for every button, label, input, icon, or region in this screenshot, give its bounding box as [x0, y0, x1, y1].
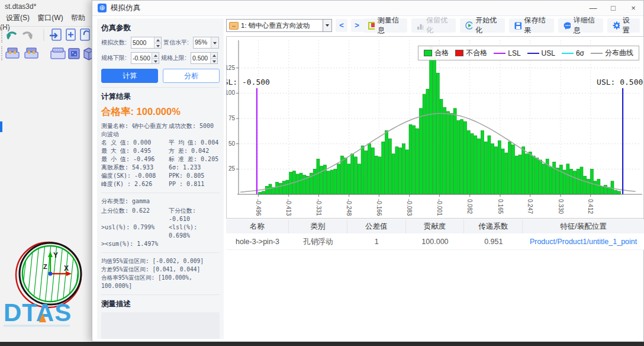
sim-count-input[interactable] [131, 37, 154, 48]
sim-count-stepper[interactable] [131, 37, 162, 49]
histogram-svg: LSL: -0.500USL: 0.500255075100125-0.496-… [227, 37, 643, 218]
histogram-bar [577, 169, 579, 194]
histogram-bar [405, 150, 408, 194]
cell-feature-link[interactable]: Product/Product1/untitle_1_point [523, 233, 644, 249]
histogram-bar [614, 190, 617, 194]
cube-box-icon[interactable] [69, 49, 79, 59]
histogram-bar [334, 169, 337, 194]
measure-description-box[interactable] [101, 312, 220, 339]
histogram-bar [481, 130, 484, 194]
histogram-bar [378, 157, 381, 194]
histogram-bar [488, 136, 491, 194]
histogram-bar [388, 139, 391, 194]
above-usl-pct: >usl(%): 0.799% [101, 223, 169, 240]
redo-icon[interactable] [23, 33, 33, 40]
confidence-select[interactable]: 95% [193, 37, 219, 49]
y-axis-label: Y [53, 251, 58, 260]
stat-mean: 平 均 值: 0.004 [169, 139, 220, 147]
legend-swatch [591, 53, 603, 54]
histogram-bar [597, 179, 600, 194]
measure-info-button[interactable]: 测量信息 [363, 18, 407, 33]
legend-label: 不合格 [466, 48, 487, 58]
histogram-bar [450, 113, 453, 194]
legend-swatch [527, 53, 539, 54]
histogram-bar [498, 141, 501, 194]
minimize-button[interactable]: — [583, 1, 603, 16]
upper-limit-input[interactable] [191, 53, 210, 63]
dialog-titlebar[interactable]: ⊕ 模拟仿真 — □ × [92, 1, 643, 16]
prev-measurement-button[interactable]: < [336, 19, 347, 32]
analyze-button[interactable]: 分析 [163, 69, 220, 83]
menu-settings[interactable]: 设置(S) [6, 14, 30, 22]
stepper-down-icon[interactable] [152, 59, 159, 64]
start-optimization-button[interactable]: 开始优化 [460, 18, 505, 33]
settings-button[interactable]: 设置 [607, 18, 640, 33]
lsl-label: LSL: -0.500 [227, 78, 270, 86]
stepper-up-icon[interactable] [154, 37, 161, 43]
histogram-bar [385, 130, 388, 194]
export-document-icon[interactable] [50, 29, 61, 40]
col-category: 类别 [289, 219, 347, 233]
histogram-bar [501, 149, 504, 194]
stepper-down-icon[interactable] [154, 43, 161, 49]
x-tick-label: 0.082 [466, 199, 473, 214]
save-document-icon[interactable] [80, 29, 89, 40]
histogram-bar [286, 180, 289, 194]
fixture-grid-icon[interactable] [25, 48, 38, 58]
histogram-bar [327, 171, 330, 194]
next-measurement-button[interactable]: > [351, 19, 363, 32]
histogram-bar [313, 169, 316, 194]
histogram-bar [457, 120, 460, 194]
keep-optimization-button[interactable]: 保留优化 [411, 18, 456, 33]
maximize-button[interactable]: □ [603, 1, 623, 16]
side-tab-indicator[interactable] [0, 121, 2, 132]
table-row[interactable]: hole-3->pin-3 孔销浮动 1 100.000 0.951 Produ… [226, 233, 644, 250]
histogram-bar [526, 154, 529, 194]
histogram-bar [532, 156, 535, 194]
cell-category: 孔销浮动 [289, 233, 347, 249]
save-results-button[interactable]: 保存结果 [509, 18, 553, 33]
app-title: st.dtas3d* [5, 2, 36, 11]
stepper-up-icon[interactable] [152, 53, 159, 59]
histogram-bar [368, 144, 371, 194]
histogram-bar [618, 191, 621, 194]
toolbar-grip [1, 46, 3, 60]
histogram-bar [361, 146, 364, 194]
lower-limit-input[interactable] [131, 53, 152, 63]
y-tick-label: 50 [228, 140, 236, 147]
simulation-left-panel: 仿真参数 模拟次数: 置信水平: 95% 规格下限: [97, 18, 224, 339]
upper-limit-stepper[interactable] [191, 52, 218, 64]
x-tick-label: 0.165 [497, 199, 504, 214]
chevron-down-icon[interactable] [323, 20, 331, 31]
stepper-down-icon[interactable] [211, 59, 217, 64]
histogram-bar [303, 175, 306, 194]
stepper-up-icon[interactable] [211, 53, 217, 59]
dialog-title: 模拟仿真 [111, 3, 140, 13]
undo-icon[interactable] [7, 33, 16, 40]
fixture-icon[interactable] [6, 48, 19, 58]
histogram-chart[interactable]: LSL: -0.500USL: 0.500255075100125-0.496-… [226, 36, 644, 219]
add-document-icon[interactable] [66, 29, 75, 40]
x-tick-label: -0.248 [346, 199, 352, 216]
histogram-bar [471, 134, 474, 194]
histogram-bar [505, 153, 508, 194]
lower-limit-stepper[interactable] [131, 52, 159, 64]
close-button[interactable]: × [623, 1, 643, 16]
histogram-bar [337, 164, 340, 194]
histogram-bar [358, 164, 360, 194]
chevron-down-icon[interactable] [211, 37, 218, 48]
x-axis-label: X [64, 264, 69, 273]
histogram-bar [584, 176, 587, 194]
menu-window[interactable]: 窗口(W) [37, 14, 63, 22]
histogram-bar [276, 182, 279, 194]
details-button[interactable]: 详细信息 [558, 18, 603, 33]
calculate-button[interactable]: 计算 [101, 69, 158, 83]
histogram-bar [539, 160, 542, 194]
legend-label: 6σ [576, 49, 584, 57]
stat-cv: 离散系数: 54.933 [101, 164, 169, 172]
col-feature-position: 特征/装配位置 [523, 219, 644, 233]
measurement-select[interactable]: ↔ 1: 销中心垂直方向波动 [226, 19, 332, 32]
tray-icon[interactable] [51, 48, 65, 59]
x-tick-label: -0.413 [285, 199, 292, 216]
stat-variance: 方 差: 0.042 [169, 147, 220, 155]
